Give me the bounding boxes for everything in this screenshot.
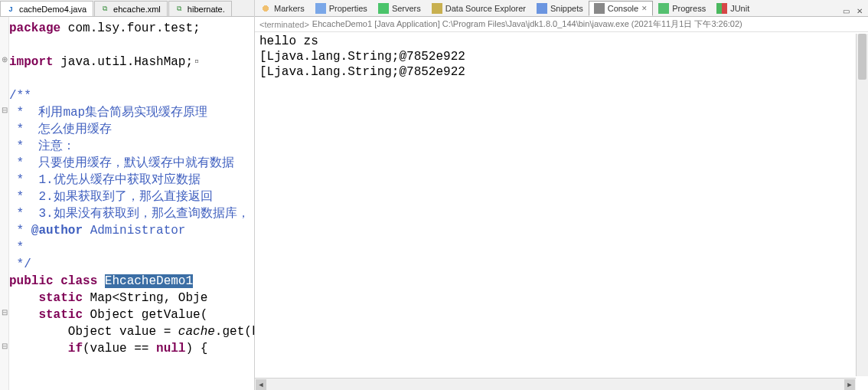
editor-body[interactable]: ⊕ ⊟ ⊟ ⊟ package com.lsy.four.test; impor… <box>0 17 254 390</box>
javadoc-line: * 3.如果没有获取到，那么查询数据库， <box>9 207 250 221</box>
kw-static: static <box>38 308 83 322</box>
scroll-right-icon[interactable]: ► <box>844 379 855 390</box>
maximize-icon[interactable]: ✕ <box>854 5 865 16</box>
snippets-icon <box>537 3 547 14</box>
java-file-icon: J <box>5 4 16 15</box>
markers-icon <box>260 3 271 14</box>
vertical-scrollbar[interactable] <box>856 34 868 376</box>
minimize-icon[interactable]: ▭ <box>840 5 851 16</box>
javadoc-line: * 2.如果获取到了，那么直接返回 <box>9 190 213 204</box>
data-source-icon <box>432 3 442 14</box>
tab-markers[interactable]: Markers <box>255 1 310 16</box>
editor-tab-hibernate[interactable]: ⧉ hibernate. <box>168 1 232 16</box>
javadoc-author-pre: * <box>9 224 31 238</box>
tab-servers[interactable]: Servers <box>373 1 426 16</box>
view-tab-label: Markers <box>274 4 305 13</box>
tab-progress[interactable]: Progress <box>653 1 711 16</box>
javadoc-close: */ <box>9 257 31 271</box>
code-text <box>9 342 68 356</box>
fold-minus-icon[interactable]: ⊟ <box>1 342 8 350</box>
junit-icon <box>716 3 727 14</box>
properties-icon <box>315 3 326 14</box>
editor-tab-ehcache[interactable]: ⧉ ehcache.xml <box>94 1 168 16</box>
tab-console[interactable]: Console ✕ <box>589 1 653 16</box>
kw-package: package <box>9 21 60 35</box>
close-icon[interactable]: ✕ <box>641 5 648 12</box>
view-tabbar: Markers Properties Servers Data Source E… <box>255 0 868 17</box>
view-tab-label: Servers <box>392 4 421 13</box>
console-output[interactable]: hello zs [Ljava.lang.String;@7852e922 [L… <box>255 32 868 390</box>
javadoc-line: * <box>9 241 24 254</box>
terminated-label: <terminated> <box>259 20 309 29</box>
editor-gutter: ⊕ ⊟ ⊟ ⊟ <box>0 17 9 390</box>
console-launch-info: <terminated> EhcacheDemo1 [Java Applicat… <box>255 17 868 32</box>
fold-minus-icon[interactable]: ⊟ <box>1 308 8 316</box>
editor-pane: J cacheDemo4.java ⧉ ehcache.xml ⧉ hibern… <box>0 0 255 390</box>
tab-properties[interactable]: Properties <box>310 1 373 16</box>
horizontal-scrollbar[interactable]: ◄ ► <box>255 378 856 390</box>
code-text: .get(key); <box>215 325 254 339</box>
view-tab-label: Properties <box>329 4 367 13</box>
selected-class-name: EhcacheDemo1 <box>105 274 193 288</box>
console-line: [Ljava.lang.String;@7852e922 <box>259 50 465 64</box>
view-tab-controls: ▭ ✕ <box>840 5 868 16</box>
kw-null: null <box>156 342 185 356</box>
views-pane: Markers Properties Servers Data Source E… <box>255 0 868 390</box>
servers-icon <box>378 3 389 14</box>
javadoc-line: * 利用map集合简易实现缓存原理 <box>9 106 207 120</box>
view-tab-label: Data Source Explorer <box>445 4 526 13</box>
vertical-scrollbar-thumb[interactable] <box>858 34 866 80</box>
scroll-left-icon[interactable]: ◄ <box>256 379 266 390</box>
kw-public: public <box>9 274 54 288</box>
code-text: ) { <box>185 342 207 356</box>
view-tab-label: JUnit <box>730 4 749 13</box>
kw-class: class <box>60 274 97 288</box>
editor-tab-label: hibernate. <box>188 5 225 14</box>
javadoc-line: * 怎么使用缓存 <box>9 123 112 136</box>
code-text: (value == <box>83 342 156 356</box>
code-text: com.lsy.four.test; <box>60 21 200 35</box>
javadoc-author-tag: @author <box>31 224 83 238</box>
code-text: Object getValue( <box>83 308 207 322</box>
code-text: java.util.HashMap; <box>54 55 193 69</box>
javadoc-line: * 注意： <box>9 139 75 153</box>
launch-path: EhcacheDemo1 [Java Application] C:\Progr… <box>312 18 742 30</box>
console-icon <box>594 3 605 14</box>
editor-tab-label: ehcache.xml <box>113 5 161 14</box>
javadoc-open: /** <box>9 89 31 103</box>
fold-minus-icon[interactable]: ⊟ <box>1 106 8 114</box>
javadoc-line: * 1.优先从缓存中获取对应数据 <box>9 173 201 187</box>
editor-tab-cacheDemo4[interactable]: J cacheDemo4.java <box>0 1 93 16</box>
console-line: hello zs <box>259 34 318 48</box>
kw-static: static <box>38 291 83 305</box>
editor-tab-label: cacheDemo4.java <box>19 5 86 14</box>
ide-root: J cacheDemo4.java ⧉ ehcache.xml ⧉ hibern… <box>0 0 868 390</box>
tab-data-source-explorer[interactable]: Data Source Explorer <box>426 1 531 16</box>
tab-junit[interactable]: JUnit <box>711 1 755 16</box>
view-tab-label: Console <box>608 4 638 13</box>
xml-file-icon: ⧉ <box>174 4 184 15</box>
view-tab-label: Progress <box>672 4 706 13</box>
tab-snippets[interactable]: Snippets <box>531 1 589 16</box>
code-text: Map<String, Obje <box>83 291 207 305</box>
code-text: Object value = <box>9 325 178 339</box>
javadoc-author-name: Administrator <box>83 224 185 238</box>
collapsed-imports-icon: ▫ <box>193 55 201 69</box>
xml-file-icon: ⧉ <box>100 4 110 15</box>
console-line: [Ljava.lang.String;@7852e922 <box>259 65 465 79</box>
kw-import: import <box>9 55 54 69</box>
import-expander-icon[interactable]: ⊕ <box>1 55 8 64</box>
editor-tabbar: J cacheDemo4.java ⧉ ehcache.xml ⧉ hibern… <box>0 0 254 17</box>
view-tab-label: Snippets <box>550 4 583 13</box>
kw-if: if <box>68 342 83 356</box>
progress-icon <box>658 3 669 14</box>
code-italic: cache <box>178 325 215 339</box>
code-area[interactable]: package com.lsy.four.test; import java.u… <box>9 20 254 357</box>
javadoc-line: * 只要使用缓存，默认缓存中就有数据 <box>9 156 234 170</box>
